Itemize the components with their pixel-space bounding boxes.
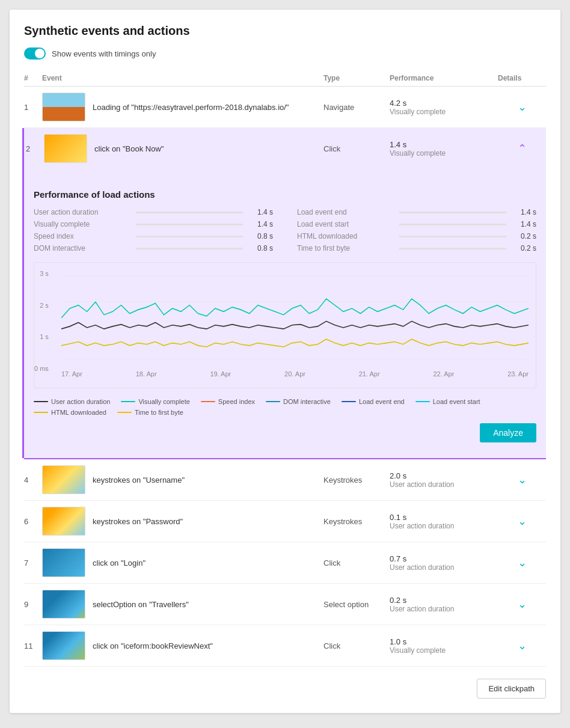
table-row: 11 click on "iceform:bookReviewNext" Cli…: [24, 625, 546, 667]
edit-clickpath-button[interactable]: Edit clickpath: [477, 679, 546, 699]
event-label: keystrokes on "Username": [93, 476, 185, 485]
event-label: keystrokes on "Password": [93, 517, 183, 526]
legend-label: Load event end: [359, 398, 405, 405]
event-thumbnail: [42, 548, 85, 577]
event-content: click on "Login": [42, 548, 323, 577]
event-type: Keystrokes: [323, 517, 390, 526]
perf-main: 0.7 s: [390, 554, 498, 563]
legend-item: HTML downloaded: [34, 409, 106, 416]
event-thumbnail: [42, 631, 85, 660]
perf-item-bar: [399, 248, 506, 249]
legend-color: [266, 401, 280, 402]
expand-button[interactable]: ⌄: [498, 639, 546, 652]
legend-label: Time to first byte: [135, 409, 183, 416]
table-row-expanded: 2 click on "Book Now" Click 1.4 s Visual…: [22, 128, 546, 458]
row-num: 2: [26, 144, 44, 153]
col-num: #: [24, 74, 42, 82]
legend-item: Load event start: [415, 398, 480, 405]
perf-item-bar: [136, 248, 243, 249]
x-label: 21. Apr: [359, 370, 380, 378]
perf-item-val: 0.8 s: [249, 232, 273, 240]
expand-button[interactable]: ⌄: [498, 556, 546, 569]
legend-label: DOM interactive: [283, 398, 331, 405]
perf-item: Time to first byte 0.2 s: [297, 244, 536, 252]
perf-item-val: 0.2 s: [512, 232, 536, 240]
perf-grid: User action duration 1.4 s Visually comp…: [34, 208, 536, 252]
event-type: Navigate: [323, 103, 390, 112]
toggle-label: Show events with timings only: [52, 49, 156, 58]
legend-color: [121, 401, 135, 402]
expand-button[interactable]: ⌄: [498, 473, 546, 486]
perf-sub: User action duration: [390, 522, 498, 530]
perf-col: 0.1 s User action duration: [390, 513, 498, 530]
events-timing-toggle[interactable]: [24, 47, 46, 60]
event-label: Loading of "https://easytravel.perform-2…: [93, 103, 289, 112]
legend-item: User action duration: [34, 398, 110, 405]
collapse-button[interactable]: ⌃: [498, 142, 546, 155]
performance-chart: 3 s 2 s 1 s 0 ms: [34, 262, 536, 388]
perf-item-label: User action duration: [34, 208, 130, 216]
event-type: Click: [323, 641, 390, 650]
x-label: 19. Apr: [210, 370, 231, 378]
table-header: # Event Type Performance Details: [24, 72, 546, 87]
y-label: 1 s: [34, 333, 52, 340]
expand-button[interactable]: ⌄: [498, 100, 546, 114]
event-content: Loading of "https://easytravel.perform-2…: [42, 93, 323, 121]
perf-item-val: 0.8 s: [249, 244, 273, 252]
perf-main: 1.0 s: [390, 637, 498, 646]
row-num: 1: [24, 103, 42, 112]
perf-item-label: Time to first byte: [297, 244, 393, 252]
perf-item: Load event start 1.4 s: [297, 220, 536, 228]
perf-item-bar: [399, 224, 506, 225]
event-content: click on "iceform:bookReviewNext": [42, 631, 323, 660]
perf-main: 0.1 s: [390, 513, 498, 522]
expand-button[interactable]: ⌄: [498, 598, 546, 611]
perf-item-label: Speed index: [34, 232, 130, 240]
event-thumbnail: [44, 134, 87, 163]
table-row: 2 click on "Book Now" Click 1.4 s Visual…: [24, 128, 546, 169]
perf-main: 0.2 s: [390, 596, 498, 605]
perf-main: 4.2 s: [390, 99, 498, 108]
perf-col: 0.2 s User action duration: [390, 596, 498, 613]
perf-item-label: Load event end: [297, 208, 393, 216]
event-thumbnail: [42, 507, 85, 536]
page-title: Synthetic events and actions: [24, 24, 546, 38]
perf-main: 2.0 s: [390, 471, 498, 480]
perf-item-bar: [136, 224, 243, 225]
event-content: click on "Book Now": [44, 134, 323, 163]
perf-item-val: 1.4 s: [249, 220, 273, 228]
row-num: 7: [24, 558, 42, 567]
perf-main: 1.4 s: [390, 140, 498, 149]
event-thumbnail: [42, 590, 85, 619]
analyze-button[interactable]: Analyze: [480, 423, 536, 442]
event-type: Click: [323, 558, 390, 567]
perf-item-bar: [399, 212, 506, 213]
perf-sub: Visually complete: [390, 108, 498, 116]
event-thumbnail: [42, 465, 85, 494]
legend-item: Speed index: [201, 398, 255, 405]
expand-button[interactable]: ⌄: [498, 515, 546, 528]
perf-item-bar: [399, 236, 506, 237]
legend-item: Load event end: [342, 398, 405, 405]
chart-x-labels: 17. Apr 18. Apr 19. Apr 20. Apr 21. Apr …: [61, 370, 529, 378]
legend-label: Speed index: [218, 398, 255, 405]
perf-sub: Visually complete: [390, 149, 498, 158]
event-label: selectOption on "Travellers": [93, 600, 189, 609]
legend-label: Load event start: [433, 398, 480, 405]
table-row: 4 keystrokes on "Username" Keystrokes 2.…: [24, 459, 546, 501]
perf-col: 0.7 s User action duration: [390, 554, 498, 572]
analyze-row: Analyze: [34, 423, 536, 442]
perf-left: User action duration 1.4 s Visually comp…: [34, 208, 273, 252]
x-label: 17. Apr: [61, 370, 82, 378]
perf-item: DOM interactive 0.8 s: [34, 244, 273, 252]
perf-item-val: 1.4 s: [512, 208, 536, 216]
perf-item-val: 1.4 s: [512, 220, 536, 228]
perf-item-label: Load event start: [297, 220, 393, 228]
event-type: Click: [323, 144, 390, 153]
perf-item-bar: [136, 236, 243, 237]
row-num: 9: [24, 600, 42, 609]
legend-color: [34, 401, 48, 402]
col-details: Details: [498, 74, 546, 82]
legend-label: User action duration: [51, 398, 110, 405]
perf-right: Load event end 1.4 s Load event start 1.…: [297, 208, 536, 252]
